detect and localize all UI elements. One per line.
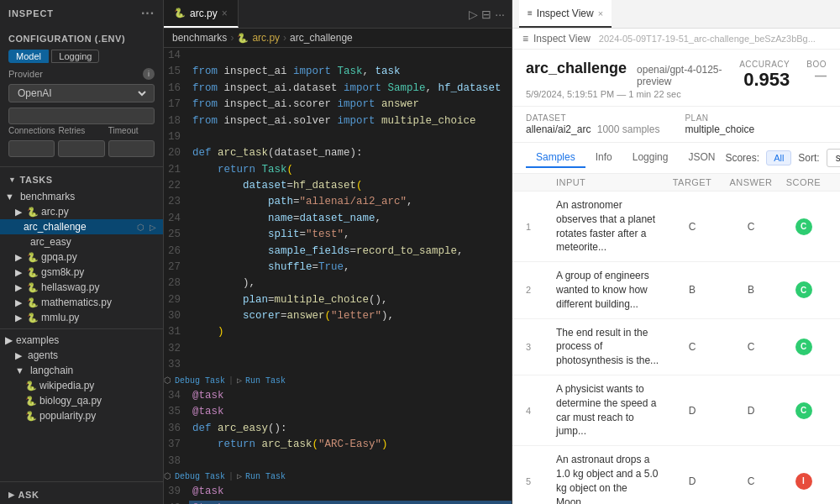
- code-line[interactable]: 17from inspect_ai.scorer import answer: [164, 97, 512, 113]
- code-line[interactable]: 38: [164, 454, 512, 470]
- code-line[interactable]: 36def arc_easy():: [164, 421, 512, 437]
- gpqa-label: gpqa.py: [41, 251, 77, 263]
- tasks-chevron: ▼: [8, 176, 16, 184]
- code-area[interactable]: 1415from inspect_ai import Task, task16f…: [164, 48, 512, 504]
- code-line[interactable]: 19: [164, 129, 512, 145]
- model-name-field[interactable]: gpt-4-0125-preview: [14, 110, 149, 122]
- code-line[interactable]: 37 return arc_task("ARC-Easy"): [164, 437, 512, 453]
- divider-2: [0, 328, 163, 329]
- inspect-view-tab[interactable]: ≡ Inspect View ×: [519, 0, 612, 28]
- run-task-link[interactable]: Run Task: [245, 375, 286, 388]
- debug-run-icon[interactable]: ⬡: [135, 222, 146, 233]
- tree-mathematics-py[interactable]: ▶ 🐍 mathematics.py: [0, 295, 163, 310]
- sort-label: Sort:: [798, 152, 819, 164]
- tree-mmlu-py[interactable]: ▶ 🐍 mmlu.py: [0, 310, 163, 325]
- tree-wikipedia-py[interactable]: 🐍 wikipedia.py: [0, 378, 163, 393]
- tasks-section-bar[interactable]: ▼ TASKS: [0, 171, 163, 189]
- run-icon-action[interactable]: ▷: [469, 8, 478, 21]
- code-line[interactable]: 16from inspect_ai.dataset import Sample,…: [164, 81, 512, 97]
- code-line[interactable]: 34@task: [164, 388, 512, 404]
- tree-arc-easy[interactable]: arc_easy: [0, 234, 163, 249]
- provider-dropdown[interactable]: OpenAI: [14, 87, 149, 100]
- provider-info-icon[interactable]: i: [143, 68, 155, 80]
- code-line[interactable]: 29 plan=multiple_choice(),: [164, 292, 512, 308]
- nav-tab-info[interactable]: Info: [585, 148, 622, 168]
- more-icon-action[interactable]: ···: [495, 8, 505, 21]
- debug-task-link[interactable]: Debug Task: [175, 470, 225, 484]
- connections-input[interactable]: 20: [8, 140, 55, 157]
- sort-select[interactable]: sample asc sample desc score asc score d…: [827, 149, 840, 167]
- table-row[interactable]: 4 A physicist wants to determine the spe…: [512, 375, 840, 446]
- code-line[interactable]: 39@task: [164, 484, 512, 500]
- connections-label: Connections: [8, 126, 55, 135]
- editor-tab-arc-py[interactable]: 🐍 arc.py ×: [164, 0, 239, 28]
- code-line[interactable]: 28 ),: [164, 276, 512, 291]
- line-number: 17: [164, 97, 189, 113]
- retries-input[interactable]: default: [58, 140, 104, 157]
- code-line[interactable]: 32: [164, 341, 512, 357]
- run-task-link[interactable]: Run Task: [245, 470, 286, 484]
- model-tab[interactable]: Model: [8, 50, 49, 63]
- token: ():: [268, 423, 287, 434]
- tree-langchain[interactable]: ▼ langchain: [0, 363, 163, 378]
- code-line[interactable]: 25 split="test",: [164, 227, 512, 243]
- tree-biology-py[interactable]: 🐍 biology_qa.py: [0, 393, 163, 408]
- code-line[interactable]: 30 scorer=answer("letter"),: [164, 308, 512, 324]
- code-line[interactable]: 27 shuffle=True,: [164, 260, 512, 276]
- breadcrumb-benchmarks[interactable]: benchmarks: [172, 32, 227, 44]
- code-line[interactable]: 35@task: [164, 404, 512, 420]
- code-line[interactable]: 40@task: [164, 501, 512, 504]
- tree-benchmarks-label[interactable]: ▼ TASKS benchmarks: [0, 189, 163, 204]
- code-line[interactable]: 20def arc_task(dataset_name):: [164, 145, 512, 161]
- breadcrumb-sep-1: ›: [230, 32, 234, 44]
- split-icon-action[interactable]: ⊟: [481, 8, 491, 21]
- tree-examples-label[interactable]: ▶ examples: [0, 333, 163, 348]
- nav-tab-samples[interactable]: Samples: [526, 148, 585, 168]
- breadcrumb-function[interactable]: arc_challenge: [290, 32, 353, 44]
- tree-arc-challenge[interactable]: arc_challenge ⬡ ▷: [0, 219, 163, 234]
- dataset-name: allenai/ai2_arc: [526, 123, 591, 135]
- ask-section-bar[interactable]: ▶ ASK: [0, 486, 163, 504]
- nav-tab-json[interactable]: JSON: [678, 148, 725, 168]
- tree-agents[interactable]: ▶ agents: [0, 348, 163, 363]
- tree-hellaswag-py[interactable]: ▶ 🐍 hellaswag.py: [0, 280, 163, 295]
- code-line[interactable]: 18from inspect_ai.solver import multiple…: [164, 113, 512, 129]
- sidebar-menu-dots[interactable]: ···: [141, 7, 155, 20]
- tree-popularity-py[interactable]: 🐍 popularity.py: [0, 408, 163, 423]
- row-score: C: [780, 402, 827, 419]
- line-number: 38: [164, 454, 189, 470]
- debug-task-link[interactable]: Debug Task: [175, 375, 225, 388]
- table-row[interactable]: 3 The end result in the process of photo…: [512, 319, 840, 375]
- inspect-tab-close[interactable]: ×: [598, 8, 603, 18]
- tree-arc-py[interactable]: ▶ 🐍 arc.py: [0, 204, 163, 219]
- table-row[interactable]: 1 An astronomer observes that a planet r…: [512, 192, 840, 262]
- logging-tab[interactable]: Logging: [51, 50, 99, 63]
- code-line[interactable]: 23 path="allenai/ai2_arc",: [164, 194, 512, 210]
- nav-tab-logging[interactable]: Logging: [622, 148, 679, 168]
- code-line[interactable]: 14: [164, 48, 512, 64]
- provider-select-wrapper[interactable]: OpenAI: [0, 82, 163, 104]
- code-line[interactable]: 31 ): [164, 324, 512, 340]
- run-icon[interactable]: ▷: [148, 222, 158, 233]
- timeout-input[interactable]: default: [108, 140, 155, 157]
- tree-gpqa-py[interactable]: ▶ 🐍 gpqa.py: [0, 249, 163, 265]
- breadcrumb-file[interactable]: arc.py: [252, 32, 280, 44]
- table-row[interactable]: 2 A group of engineers wanted to know ho…: [512, 262, 840, 318]
- model-logging-tabs[interactable]: Model Logging: [8, 50, 99, 63]
- provider-select[interactable]: OpenAI: [8, 84, 155, 102]
- scores-all-btn[interactable]: All: [766, 150, 791, 165]
- model-name-input[interactable]: gpt-4-0125-preview: [8, 108, 155, 124]
- code-line[interactable]: 22 dataset=hf_dataset(: [164, 178, 512, 194]
- divider-1: [0, 166, 163, 167]
- code-line[interactable]: 24 name=dataset_name,: [164, 211, 512, 227]
- tree-gsm8k-py[interactable]: ▶ 🐍 gsm8k.py: [0, 265, 163, 280]
- code-line[interactable]: 33: [164, 357, 512, 373]
- arc-py-tab-close[interactable]: ×: [222, 8, 228, 19]
- code-line[interactable]: 21 return Task(: [164, 162, 512, 178]
- code-line[interactable]: 26 sample_fields=record_to_sample,: [164, 244, 512, 260]
- samples-table[interactable]: Input Target Answer Score 1 An astronome…: [512, 174, 840, 504]
- table-row[interactable]: 5 An astronaut drops a 1.0 kg object and…: [512, 446, 840, 504]
- model-name-wrapper[interactable]: gpt-4-0125-preview: [0, 104, 163, 126]
- code-line[interactable]: 15from inspect_ai import Task, task: [164, 64, 512, 80]
- inspect-metrics: accuracy 0.953 boo —: [739, 60, 827, 91]
